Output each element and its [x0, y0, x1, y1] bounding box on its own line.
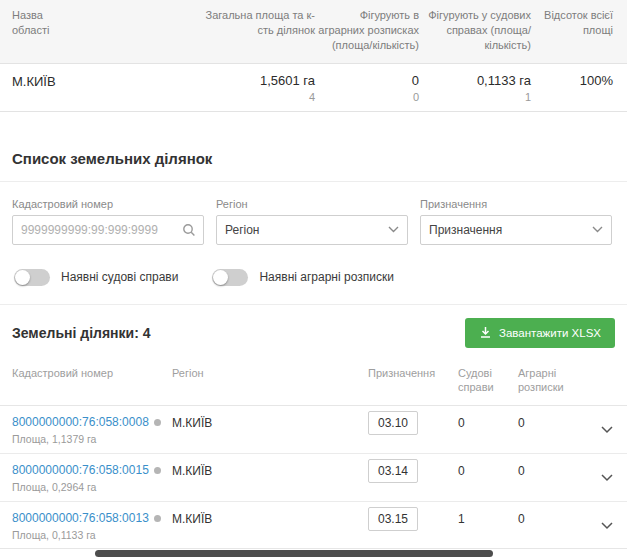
region-select[interactable]: Регіон [216, 215, 408, 245]
expand-row-button[interactable] [588, 472, 615, 484]
expand-row-button[interactable] [588, 424, 615, 436]
chevron-down-icon [388, 226, 399, 233]
court-count-value: 1 [419, 91, 531, 103]
court-count: 0 [458, 415, 518, 430]
purpose-code: 03.14 [368, 459, 418, 483]
page-title: Список земельних ділянок [12, 150, 615, 167]
download-xlsx-button[interactable]: Завантажити XLSX [465, 318, 615, 348]
list-header: Земельні ділянки: 4 Завантажити XLSX [0, 305, 627, 360]
summary-col-total: Загальна площа та к-сть ділянок [195, 8, 315, 38]
expand-row-button[interactable] [588, 520, 615, 532]
status-dot-icon [154, 419, 161, 426]
court-count: 1 [458, 511, 518, 526]
col-court: Судові справи [458, 366, 518, 396]
agrarian-receipts-toggle-label: Наявні аграрні розписки [259, 270, 393, 284]
court-count: 0 [458, 463, 518, 478]
summary-col-court: Фігурують у судових справах (площа/кільк… [419, 8, 531, 53]
row-region: М.КИЇВ [172, 463, 368, 478]
filters-bar: Кадастровий номер Регіон Регіон Призначе… [0, 182, 627, 245]
purpose-filter-label: Призначення [420, 198, 612, 210]
summary-court-cell: 0,1133 га 1 [419, 73, 531, 103]
agrarian-count: 0 [518, 415, 588, 430]
horizontal-scrollbar[interactable] [0, 548, 627, 557]
cadastral-number-input[interactable] [12, 215, 204, 245]
total-area-value: 1,5601 га [195, 73, 315, 88]
cadastral-link[interactable]: 8000000000:76:058:0015 [12, 463, 149, 477]
purpose-code: 03.10 [368, 411, 418, 435]
toggle-court-cases[interactable]: Наявні судові справи [14, 269, 178, 286]
summary-agrarian-cell: 0 0 [315, 73, 419, 103]
agrarian-count: 0 [518, 463, 588, 478]
region-filter-label: Регіон [216, 198, 408, 210]
col-purpose: Призначення [368, 366, 458, 381]
chevron-down-icon [601, 426, 613, 434]
table-row: 8000000000:76:058:0015 Площа, 0,2964 га … [0, 454, 627, 502]
parcel-table-header: Кадастровий номер Регіон Призначення Суд… [0, 360, 627, 407]
cadastral-filter-group: Кадастровий номер [12, 198, 204, 245]
summary-table-header: Назва області Загальна площа та к-сть ді… [0, 0, 627, 64]
summary-region-name: М.КИЇВ [12, 73, 195, 89]
chevron-down-icon [592, 226, 603, 233]
area-label: Площа, 1,1379 га [12, 433, 172, 445]
total-count-value: 4 [195, 91, 315, 103]
status-dot-icon [154, 467, 161, 474]
toggle-agrarian-receipts[interactable]: Наявні аграрні розписки [212, 269, 393, 286]
download-icon [479, 326, 492, 339]
agrarian-receipts-switch[interactable] [212, 269, 248, 286]
section-header: Список земельних ділянок [0, 150, 627, 182]
purpose-select[interactable]: Призначення [420, 215, 612, 245]
region-filter-group: Регіон Регіон [216, 198, 408, 245]
toggles-bar: Наявні судові справи Наявні аграрні розп… [0, 245, 627, 286]
court-cases-switch[interactable] [14, 269, 50, 286]
cadastral-link[interactable]: 8000000000:76:058:0008 [12, 415, 149, 429]
cadastral-link[interactable]: 8000000000:76:058:0013 [12, 511, 149, 525]
switch-knob [15, 270, 30, 285]
summary-row: М.КИЇВ 1,5601 га 4 0 0 0,1133 га 1 100% [0, 64, 627, 112]
scrollbar-thumb[interactable] [95, 550, 493, 557]
percent-value: 100% [531, 73, 613, 88]
row-region: М.КИЇВ [172, 415, 368, 430]
summary-col-agrarian: Фігурують в аграрних розписках (площа/кі… [315, 8, 419, 53]
region-select-value: Регіон [225, 223, 260, 237]
chevron-down-icon [601, 474, 613, 482]
agrarian-area-value: 0 [315, 73, 419, 88]
col-cadastral: Кадастровий номер [12, 366, 172, 381]
row-region: М.КИЇВ [172, 511, 368, 526]
area-label: Площа, 0,2964 га [12, 481, 172, 493]
agrarian-count-value: 0 [315, 91, 419, 103]
search-icon [181, 222, 197, 238]
parcels-count-title: Земельні ділянки: 4 [12, 325, 151, 341]
summary-col-percent: Відсоток всієї площі [531, 8, 613, 38]
purpose-filter-group: Призначення Призначення [420, 198, 612, 245]
status-dot-icon [154, 515, 161, 522]
table-row: 8000000000:76:058:0008 Площа, 1,1379 га … [0, 406, 627, 454]
summary-total-cell: 1,5601 га 4 [195, 73, 315, 103]
purpose-code: 03.15 [368, 507, 418, 531]
court-area-value: 0,1133 га [419, 73, 531, 88]
download-xlsx-label: Завантажити XLSX [499, 327, 601, 339]
area-label: Площа, 0,1133 га [12, 529, 172, 541]
table-row: 8000000000:76:058:0013 Площа, 0,1133 га … [0, 502, 627, 550]
summary-percent-cell: 100% [531, 73, 613, 88]
chevron-down-icon [601, 522, 613, 530]
summary-col-region-name: Назва області [12, 8, 195, 38]
switch-knob [213, 270, 228, 285]
cadastral-filter-label: Кадастровий номер [12, 198, 204, 210]
agrarian-count: 0 [518, 511, 588, 526]
purpose-select-value: Призначення [429, 223, 502, 237]
col-agrarian: Аграрні розписки [518, 366, 588, 396]
court-cases-toggle-label: Наявні судові справи [61, 270, 178, 284]
col-region: Регіон [172, 366, 368, 381]
